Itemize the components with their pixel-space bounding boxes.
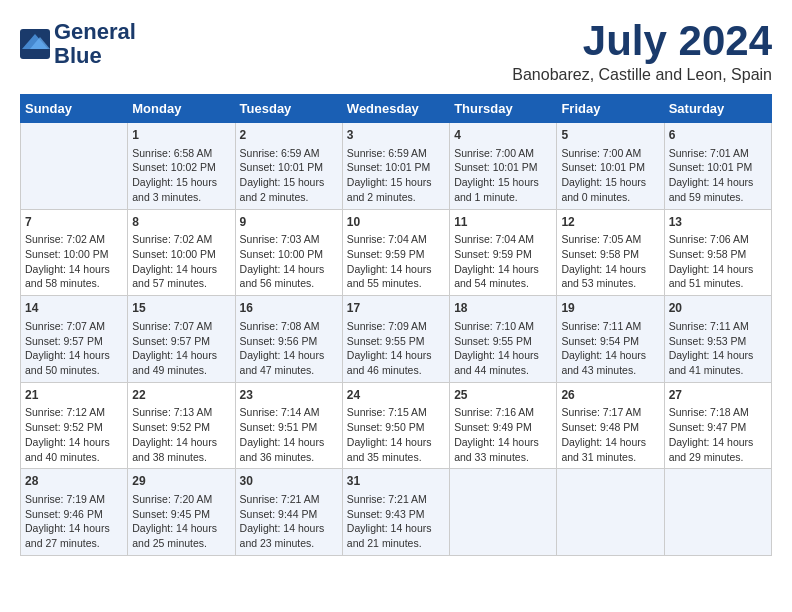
calendar-cell bbox=[450, 469, 557, 556]
day-content: Sunrise: 7:21 AM Sunset: 9:44 PM Dayligh… bbox=[240, 492, 338, 551]
day-number: 12 bbox=[561, 214, 659, 231]
calendar-cell: 30Sunrise: 7:21 AM Sunset: 9:44 PM Dayli… bbox=[235, 469, 342, 556]
calendar-cell bbox=[21, 123, 128, 210]
day-number: 19 bbox=[561, 300, 659, 317]
calendar-cell: 17Sunrise: 7:09 AM Sunset: 9:55 PM Dayli… bbox=[342, 296, 449, 383]
day-number: 6 bbox=[669, 127, 767, 144]
calendar-cell: 10Sunrise: 7:04 AM Sunset: 9:59 PM Dayli… bbox=[342, 209, 449, 296]
day-number: 23 bbox=[240, 387, 338, 404]
day-header-thursday: Thursday bbox=[450, 95, 557, 123]
day-number: 28 bbox=[25, 473, 123, 490]
day-number: 29 bbox=[132, 473, 230, 490]
week-row-3: 14Sunrise: 7:07 AM Sunset: 9:57 PM Dayli… bbox=[21, 296, 772, 383]
calendar-cell: 2Sunrise: 6:59 AM Sunset: 10:01 PM Dayli… bbox=[235, 123, 342, 210]
day-content: Sunrise: 7:08 AM Sunset: 9:56 PM Dayligh… bbox=[240, 319, 338, 378]
day-content: Sunrise: 7:05 AM Sunset: 9:58 PM Dayligh… bbox=[561, 232, 659, 291]
day-number: 2 bbox=[240, 127, 338, 144]
day-header-tuesday: Tuesday bbox=[235, 95, 342, 123]
logo-line1: General bbox=[54, 20, 136, 44]
day-number: 13 bbox=[669, 214, 767, 231]
day-content: Sunrise: 7:15 AM Sunset: 9:50 PM Dayligh… bbox=[347, 405, 445, 464]
day-content: Sunrise: 7:04 AM Sunset: 9:59 PM Dayligh… bbox=[347, 232, 445, 291]
calendar-cell: 24Sunrise: 7:15 AM Sunset: 9:50 PM Dayli… bbox=[342, 382, 449, 469]
day-number: 24 bbox=[347, 387, 445, 404]
day-number: 27 bbox=[669, 387, 767, 404]
day-header-wednesday: Wednesday bbox=[342, 95, 449, 123]
day-header-saturday: Saturday bbox=[664, 95, 771, 123]
calendar-cell: 21Sunrise: 7:12 AM Sunset: 9:52 PM Dayli… bbox=[21, 382, 128, 469]
day-content: Sunrise: 7:06 AM Sunset: 9:58 PM Dayligh… bbox=[669, 232, 767, 291]
day-header-friday: Friday bbox=[557, 95, 664, 123]
day-content: Sunrise: 7:11 AM Sunset: 9:54 PM Dayligh… bbox=[561, 319, 659, 378]
day-content: Sunrise: 7:03 AM Sunset: 10:00 PM Daylig… bbox=[240, 232, 338, 291]
calendar-cell: 26Sunrise: 7:17 AM Sunset: 9:48 PM Dayli… bbox=[557, 382, 664, 469]
day-content: Sunrise: 7:02 AM Sunset: 10:00 PM Daylig… bbox=[25, 232, 123, 291]
calendar-cell: 18Sunrise: 7:10 AM Sunset: 9:55 PM Dayli… bbox=[450, 296, 557, 383]
day-header-sunday: Sunday bbox=[21, 95, 128, 123]
day-content: Sunrise: 7:00 AM Sunset: 10:01 PM Daylig… bbox=[454, 146, 552, 205]
day-content: Sunrise: 7:14 AM Sunset: 9:51 PM Dayligh… bbox=[240, 405, 338, 464]
day-number: 14 bbox=[25, 300, 123, 317]
calendar-cell: 29Sunrise: 7:20 AM Sunset: 9:45 PM Dayli… bbox=[128, 469, 235, 556]
week-row-1: 1Sunrise: 6:58 AM Sunset: 10:02 PM Dayli… bbox=[21, 123, 772, 210]
calendar-cell: 6Sunrise: 7:01 AM Sunset: 10:01 PM Dayli… bbox=[664, 123, 771, 210]
day-number: 31 bbox=[347, 473, 445, 490]
day-content: Sunrise: 7:07 AM Sunset: 9:57 PM Dayligh… bbox=[25, 319, 123, 378]
day-content: Sunrise: 7:19 AM Sunset: 9:46 PM Dayligh… bbox=[25, 492, 123, 551]
day-number: 11 bbox=[454, 214, 552, 231]
day-content: Sunrise: 7:11 AM Sunset: 9:53 PM Dayligh… bbox=[669, 319, 767, 378]
day-content: Sunrise: 7:16 AM Sunset: 9:49 PM Dayligh… bbox=[454, 405, 552, 464]
day-content: Sunrise: 7:17 AM Sunset: 9:48 PM Dayligh… bbox=[561, 405, 659, 464]
day-number: 26 bbox=[561, 387, 659, 404]
calendar-cell: 9Sunrise: 7:03 AM Sunset: 10:00 PM Dayli… bbox=[235, 209, 342, 296]
calendar-cell: 8Sunrise: 7:02 AM Sunset: 10:00 PM Dayli… bbox=[128, 209, 235, 296]
calendar-cell: 13Sunrise: 7:06 AM Sunset: 9:58 PM Dayli… bbox=[664, 209, 771, 296]
calendar-cell: 3Sunrise: 6:59 AM Sunset: 10:01 PM Dayli… bbox=[342, 123, 449, 210]
calendar-cell: 19Sunrise: 7:11 AM Sunset: 9:54 PM Dayli… bbox=[557, 296, 664, 383]
page-header: General Blue July 2024 Banobarez, Castil… bbox=[20, 20, 772, 84]
day-number: 3 bbox=[347, 127, 445, 144]
week-row-4: 21Sunrise: 7:12 AM Sunset: 9:52 PM Dayli… bbox=[21, 382, 772, 469]
logo: General Blue bbox=[20, 20, 136, 68]
day-number: 8 bbox=[132, 214, 230, 231]
calendar-cell: 16Sunrise: 7:08 AM Sunset: 9:56 PM Dayli… bbox=[235, 296, 342, 383]
day-content: Sunrise: 7:02 AM Sunset: 10:00 PM Daylig… bbox=[132, 232, 230, 291]
day-content: Sunrise: 7:21 AM Sunset: 9:43 PM Dayligh… bbox=[347, 492, 445, 551]
day-number: 4 bbox=[454, 127, 552, 144]
calendar-cell: 27Sunrise: 7:18 AM Sunset: 9:47 PM Dayli… bbox=[664, 382, 771, 469]
location: Banobarez, Castille and Leon, Spain bbox=[512, 66, 772, 84]
calendar-cell: 22Sunrise: 7:13 AM Sunset: 9:52 PM Dayli… bbox=[128, 382, 235, 469]
calendar-cell bbox=[557, 469, 664, 556]
day-number: 17 bbox=[347, 300, 445, 317]
title-block: July 2024 Banobarez, Castille and Leon, … bbox=[512, 20, 772, 84]
logo-icon bbox=[20, 29, 50, 59]
day-content: Sunrise: 7:00 AM Sunset: 10:01 PM Daylig… bbox=[561, 146, 659, 205]
day-number: 18 bbox=[454, 300, 552, 317]
day-number: 20 bbox=[669, 300, 767, 317]
calendar-cell: 1Sunrise: 6:58 AM Sunset: 10:02 PM Dayli… bbox=[128, 123, 235, 210]
days-header-row: SundayMondayTuesdayWednesdayThursdayFrid… bbox=[21, 95, 772, 123]
day-content: Sunrise: 7:07 AM Sunset: 9:57 PM Dayligh… bbox=[132, 319, 230, 378]
day-number: 22 bbox=[132, 387, 230, 404]
week-row-2: 7Sunrise: 7:02 AM Sunset: 10:00 PM Dayli… bbox=[21, 209, 772, 296]
day-content: Sunrise: 7:18 AM Sunset: 9:47 PM Dayligh… bbox=[669, 405, 767, 464]
day-content: Sunrise: 7:13 AM Sunset: 9:52 PM Dayligh… bbox=[132, 405, 230, 464]
calendar-cell: 25Sunrise: 7:16 AM Sunset: 9:49 PM Dayli… bbox=[450, 382, 557, 469]
day-number: 15 bbox=[132, 300, 230, 317]
day-number: 10 bbox=[347, 214, 445, 231]
day-number: 7 bbox=[25, 214, 123, 231]
calendar-cell bbox=[664, 469, 771, 556]
day-number: 5 bbox=[561, 127, 659, 144]
calendar-cell: 7Sunrise: 7:02 AM Sunset: 10:00 PM Dayli… bbox=[21, 209, 128, 296]
day-content: Sunrise: 7:01 AM Sunset: 10:01 PM Daylig… bbox=[669, 146, 767, 205]
calendar-cell: 12Sunrise: 7:05 AM Sunset: 9:58 PM Dayli… bbox=[557, 209, 664, 296]
day-content: Sunrise: 7:09 AM Sunset: 9:55 PM Dayligh… bbox=[347, 319, 445, 378]
calendar-cell: 11Sunrise: 7:04 AM Sunset: 9:59 PM Dayli… bbox=[450, 209, 557, 296]
day-number: 1 bbox=[132, 127, 230, 144]
day-content: Sunrise: 6:59 AM Sunset: 10:01 PM Daylig… bbox=[347, 146, 445, 205]
calendar-cell: 4Sunrise: 7:00 AM Sunset: 10:01 PM Dayli… bbox=[450, 123, 557, 210]
calendar-cell: 15Sunrise: 7:07 AM Sunset: 9:57 PM Dayli… bbox=[128, 296, 235, 383]
calendar-cell: 28Sunrise: 7:19 AM Sunset: 9:46 PM Dayli… bbox=[21, 469, 128, 556]
day-content: Sunrise: 6:58 AM Sunset: 10:02 PM Daylig… bbox=[132, 146, 230, 205]
calendar-cell: 14Sunrise: 7:07 AM Sunset: 9:57 PM Dayli… bbox=[21, 296, 128, 383]
